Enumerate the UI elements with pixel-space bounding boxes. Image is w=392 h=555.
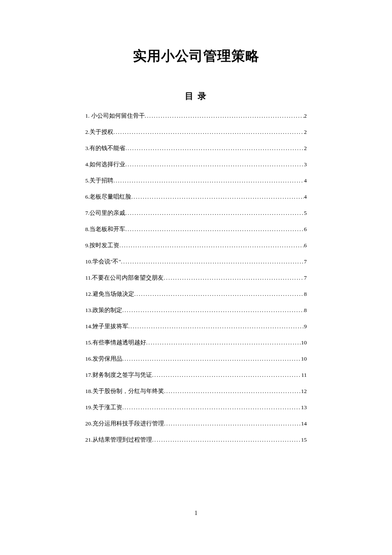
toc-item-label: 15.有些事情越透明越好 [85, 339, 146, 347]
toc-item-label: 21.从结果管理到过程管理 [85, 436, 152, 444]
toc-item: 11.不要在公司内部奢望交朋友 7 [85, 274, 307, 282]
toc-heading: 目 录 [85, 90, 307, 102]
toc-item: 8.当老板和开车 6 [85, 225, 307, 233]
toc-item-label: 3.有的钱不能省 [85, 145, 125, 152]
toc-dots [131, 194, 304, 200]
toc-item: 12.避免当场做决定 8 [85, 290, 307, 298]
toc-dots [125, 145, 304, 152]
toc-item-page: 12 [301, 388, 307, 395]
toc-item-page: 2 [304, 145, 307, 152]
toc-item-label: 16.发劳保用品 [85, 355, 122, 363]
toc-dots [134, 291, 304, 298]
toc-item: 15.有些事情越透明越好 10 [85, 339, 307, 347]
toc-dots [125, 226, 304, 233]
toc-dots [145, 113, 304, 119]
toc-item-page: 2 [304, 113, 307, 119]
toc-item: 20.充分运用科技手段进行管理 14 [85, 420, 307, 428]
toc-dots [164, 420, 301, 427]
toc-list: 1. 小公司如何留住骨干 2 2.关于授权 2 3.有的钱不能省 2 4.如何选… [85, 112, 307, 444]
toc-item-page: 11 [301, 372, 307, 379]
toc-item-page: 10 [301, 339, 307, 346]
toc-item-page: 14 [301, 420, 307, 427]
toc-item: 5.关于招聘 4 [85, 177, 307, 185]
toc-dots [125, 210, 304, 217]
toc-item-label: 17.财务制度之签字与凭证 [85, 371, 152, 379]
toc-item-page: 2 [304, 129, 307, 136]
toc-item-page: 7 [304, 258, 307, 265]
toc-item-label: 11.不要在公司内部奢望交朋友 [85, 274, 164, 282]
toc-item-label: 20.充分运用科技手段进行管理 [85, 420, 164, 428]
toc-item: 19.关于涨工资 13 [85, 404, 307, 411]
toc-item-label: 13.政策的制定 [85, 306, 122, 314]
toc-dots [119, 242, 304, 249]
toc-item-page: 10 [301, 356, 307, 362]
toc-item-page: 15 [301, 436, 307, 443]
page-number: 1 [0, 510, 392, 517]
toc-dots [125, 161, 304, 168]
toc-item-page: 9 [304, 323, 307, 330]
toc-item-label: 9.按时发工资 [85, 242, 119, 249]
toc-item: 21.从结果管理到过程管理 15 [85, 436, 307, 444]
toc-item: 13.政策的制定 8 [85, 306, 307, 314]
toc-item-label: 8.当老板和开车 [85, 225, 125, 233]
toc-item-page: 3 [304, 161, 307, 168]
toc-item-label: 2.关于授权 [85, 128, 113, 136]
toc-item: 4.如何选择行业 3 [85, 161, 307, 168]
toc-item: 16.发劳保用品 10 [85, 355, 307, 363]
toc-item-page: 8 [304, 291, 307, 298]
toc-dots [122, 404, 301, 411]
toc-dots [122, 356, 301, 362]
toc-item: 17.财务制度之签字与凭证 11 [85, 371, 307, 379]
document-page: 实用小公司管理策略 目 录 1. 小公司如何留住骨干 2 2.关于授权 2 3.… [0, 0, 392, 444]
toc-item-page: 8 [304, 307, 307, 314]
toc-item-page: 6 [304, 242, 307, 249]
toc-item-label: 1. 小公司如何留住骨干 [85, 112, 145, 120]
toc-dots [113, 129, 304, 136]
toc-item-page: 7 [304, 275, 307, 281]
toc-dots [121, 258, 304, 265]
toc-item: 6.老板尽量唱红脸 4 [85, 193, 307, 201]
toc-item-label: 14.矬子里拔将军 [85, 323, 128, 330]
toc-item-label: 6.老板尽量唱红脸 [85, 193, 131, 201]
toc-item-label: 4.如何选择行业 [85, 161, 125, 168]
toc-dots [146, 339, 301, 346]
toc-item-label: 12.避免当场做决定 [85, 290, 134, 298]
toc-item-page: 5 [304, 210, 307, 217]
toc-item-page: 4 [304, 177, 307, 184]
toc-dots [164, 388, 301, 395]
toc-dots [128, 323, 304, 330]
toc-item: 9.按时发工资 6 [85, 242, 307, 249]
toc-item-label: 7.公司里的亲戚 [85, 209, 125, 217]
toc-item: 7.公司里的亲戚 5 [85, 209, 307, 217]
toc-dots [152, 372, 301, 379]
toc-item-label: 5.关于招聘 [85, 177, 113, 185]
toc-dots [164, 275, 304, 281]
toc-dots [113, 177, 304, 184]
toc-dots [152, 436, 301, 443]
toc-item-page: 13 [301, 404, 307, 411]
toc-item: 3.有的钱不能省 2 [85, 145, 307, 152]
toc-item-page: 4 [304, 194, 307, 200]
toc-item-label: 19.关于涨工资 [85, 404, 122, 411]
toc-item-label: 10.学会说"不" [85, 258, 121, 266]
toc-dots [122, 307, 304, 314]
toc-item: 2.关于授权 2 [85, 128, 307, 136]
document-title: 实用小公司管理策略 [85, 47, 307, 66]
toc-item: 1. 小公司如何留住骨干 2 [85, 112, 307, 120]
toc-item-page: 6 [304, 226, 307, 233]
toc-item: 18.关于股份制，分红与年终奖 12 [85, 387, 307, 395]
toc-item: 14.矬子里拔将军 9 [85, 323, 307, 330]
toc-item: 10.学会说"不" 7 [85, 258, 307, 266]
toc-item-label: 18.关于股份制，分红与年终奖 [85, 387, 164, 395]
